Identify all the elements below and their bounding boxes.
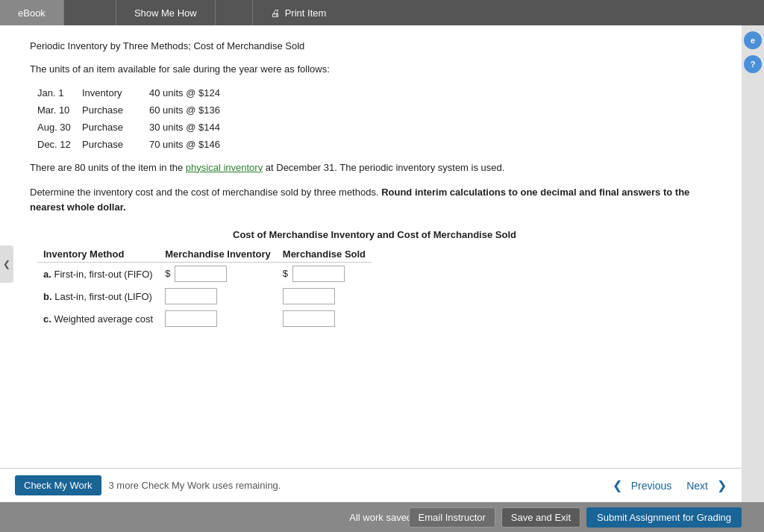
ebook-sidebar-icon: e	[751, 36, 755, 45]
physical-text-after: at December 31. The periodic inventory s…	[263, 162, 504, 173]
inventory-row: Mar. 10 Purchase 60 units @ $136	[37, 104, 719, 116]
answer-table-title: Cost of Merchandise Inventory and Cost o…	[30, 229, 719, 240]
lifo-label: b. Last-in, first-out (LIFO)	[37, 285, 159, 307]
inv-type-3: Purchase	[82, 139, 149, 150]
nav-spacer	[344, 0, 764, 25]
sidebar-help-icon[interactable]: ?	[744, 55, 762, 73]
table-row-wavg: c. Weighted average cost	[37, 307, 372, 330]
nav-divider2	[216, 0, 253, 25]
print-icon: 🖨	[271, 7, 281, 19]
inventory-row: Aug. 30 Purchase 30 units @ $144	[37, 122, 719, 133]
check-my-work-button[interactable]: Check My Work	[15, 475, 101, 495]
inventory-row: Dec. 12 Purchase 70 units @ $146	[37, 139, 719, 150]
fifo-method: First-in, first-out (FIFO)	[54, 269, 152, 280]
submit-assignment-button[interactable]: Submit Assignment for Grading	[586, 507, 742, 528]
left-collapse-tab[interactable]: ❮	[0, 245, 13, 283]
content-scroll: Periodic Inventory by Three Methods; Cos…	[0, 25, 742, 468]
inv-detail-0: 40 units @ $124	[149, 87, 269, 98]
wavg-inventory-input[interactable]	[165, 310, 217, 327]
inventory-row: Jan. 1 Inventory 40 units @ $124	[37, 87, 719, 98]
footer-status: All work saved.	[349, 512, 414, 523]
inv-date-1: Mar. 10	[37, 104, 82, 116]
physical-inventory-text: There are 80 units of the item in the ph…	[30, 160, 719, 175]
footer-buttons: Email Instructor Save and Exit Submit As…	[409, 507, 742, 528]
physical-inventory-link[interactable]: physical inventory	[186, 162, 263, 173]
ebook-tab[interactable]: eBook	[0, 0, 64, 25]
col-header-method: Inventory Method	[37, 246, 159, 263]
check-remaining-text: 3 more Check My Work uses remaining.	[109, 480, 281, 491]
inv-type-0: Inventory	[82, 87, 149, 98]
ebook-label: eBook	[18, 7, 46, 19]
nav-divider	[64, 0, 116, 25]
lifo-prefix: b.	[43, 291, 52, 302]
wavg-label: c. Weighted average cost	[37, 307, 159, 330]
fifo-sold-input[interactable]	[292, 266, 345, 282]
sidebar-ebook-icon[interactable]: e	[744, 31, 762, 49]
fifo-prefix: a.	[43, 269, 51, 280]
next-chevron-icon: ❯	[717, 478, 727, 492]
lifo-inventory-cell	[159, 285, 277, 307]
fifo-dollar-sign: $	[165, 268, 170, 279]
inv-type-2: Purchase	[82, 122, 149, 133]
fifo-label: a. First-in, first-out (FIFO)	[37, 263, 159, 286]
col-header-sold: Merchandise Sold	[277, 246, 372, 263]
top-nav: eBook Show Me How 🖨 Print Item	[0, 0, 764, 25]
inv-detail-2: 30 units @ $144	[149, 122, 269, 133]
right-sidebar: e ?	[742, 25, 764, 502]
fifo-sold-dollar-sign: $	[283, 268, 288, 279]
problem-title: Periodic Inventory by Three Methods; Cos…	[30, 40, 719, 51]
physical-text-before: There are 80 units of the item in the	[30, 162, 186, 173]
lifo-sold-cell	[277, 285, 372, 307]
table-row-fifo: a. First-in, first-out (FIFO) $ $	[37, 263, 372, 286]
fifo-sold-cell: $	[277, 263, 372, 286]
email-instructor-button[interactable]: Email Instructor	[409, 507, 495, 528]
content-area: ❮ Periodic Inventory by Three Methods; C…	[0, 25, 742, 502]
nav-buttons: ❮ Previous Next ❯	[613, 475, 727, 496]
show-me-how-tab[interactable]: Show Me How	[116, 0, 216, 25]
show-me-how-label: Show Me How	[134, 7, 197, 19]
bottom-bar: Check My Work 3 more Check My Work uses …	[0, 468, 742, 502]
answer-section: Cost of Merchandise Inventory and Cost o…	[30, 229, 719, 330]
inv-type-1: Purchase	[82, 104, 149, 116]
answer-table: Inventory Method Merchandise Inventory M…	[37, 246, 372, 330]
question-mark-icon: ?	[751, 60, 756, 69]
fifo-inventory-cell: $	[159, 263, 277, 286]
footer-bar: All work saved. Email Instructor Save an…	[0, 502, 764, 532]
problem-intro: The units of an item available for sale …	[30, 62, 719, 77]
next-button[interactable]: Next	[680, 475, 714, 496]
save-exit-button[interactable]: Save and Exit	[501, 507, 580, 528]
instructions-text: Determine the inventory cost and the cos…	[30, 185, 719, 214]
print-item-tab[interactable]: 🖨 Print Item	[253, 0, 345, 25]
inventory-items: Jan. 1 Inventory 40 units @ $124 Mar. 10…	[37, 87, 719, 150]
inv-date-0: Jan. 1	[37, 87, 82, 98]
col-header-inventory: Merchandise Inventory	[159, 246, 277, 263]
wavg-sold-cell	[277, 307, 372, 330]
instructions-normal: Determine the inventory cost and the cos…	[30, 187, 381, 198]
inv-date-3: Dec. 12	[37, 139, 82, 150]
wavg-sold-input[interactable]	[283, 310, 335, 327]
inv-detail-3: 70 units @ $146	[149, 139, 269, 150]
wavg-inventory-cell	[159, 307, 277, 330]
left-arrow-icon: ❮	[3, 259, 10, 269]
main-wrapper: ❮ Periodic Inventory by Three Methods; C…	[0, 25, 764, 502]
lifo-method: Last-in, first-out (LIFO)	[54, 291, 152, 302]
previous-button[interactable]: Previous	[625, 475, 677, 496]
inv-detail-1: 60 units @ $136	[149, 104, 269, 116]
inv-date-2: Aug. 30	[37, 122, 82, 133]
fifo-inventory-input[interactable]	[175, 266, 227, 282]
table-row-lifo: b. Last-in, first-out (LIFO)	[37, 285, 372, 307]
print-item-label: Print Item	[285, 7, 327, 19]
wavg-method: Weighted average cost	[54, 313, 153, 325]
lifo-inventory-input[interactable]	[165, 288, 217, 304]
wavg-prefix: c.	[43, 313, 51, 325]
prev-chevron-icon: ❮	[613, 478, 622, 492]
lifo-sold-input[interactable]	[283, 288, 335, 304]
